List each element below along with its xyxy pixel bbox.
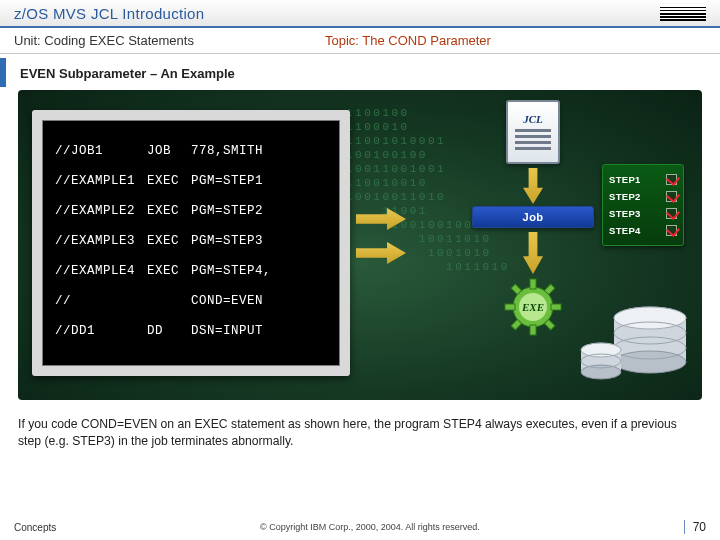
jcl-document-icon: JCL <box>506 100 560 164</box>
explanatory-note: If you code COND=EVEN on an EXEC stateme… <box>0 400 720 450</box>
code-row: //DD1DDDSN=INPUT <box>55 317 281 345</box>
ibm-logo <box>660 5 706 21</box>
svg-point-14 <box>614 307 686 329</box>
jcl-code-table: //JOB1JOB778,SMITH //EXAMPLE1EXECPGM=STE… <box>53 135 283 347</box>
code-row: //JOB1JOB778,SMITH <box>55 137 281 165</box>
exe-gear-icon: EXE <box>504 278 562 336</box>
disk-cylinder-icon <box>578 342 624 382</box>
copyright: © Copyright IBM Corp., 2000, 2004. All r… <box>56 522 683 532</box>
svg-point-13 <box>614 351 686 373</box>
step-row: STEP4 <box>609 222 677 239</box>
course-title: z/OS MVS JCL Introduction <box>14 5 204 22</box>
svg-rect-1 <box>530 279 536 289</box>
step-row: STEP2 <box>609 188 677 205</box>
jcl-label: JCL <box>523 113 543 125</box>
checkmark-icon <box>666 225 677 236</box>
code-row: //EXAMPLE2EXECPGM=STEP2 <box>55 197 281 225</box>
checkmark-icon <box>666 174 677 185</box>
code-row: //COND=EVEN <box>55 287 281 315</box>
code-row: //EXAMPLE4EXECPGM=STEP4, <box>55 257 281 285</box>
step-row: STEP3 <box>609 205 677 222</box>
steps-panel: STEP1 STEP2 STEP3 STEP4 <box>602 164 684 246</box>
svg-rect-3 <box>505 304 515 310</box>
job-bar: Job <box>472 206 594 228</box>
topic-label: Topic: The COND Parameter <box>320 33 491 48</box>
code-terminal: //JOB1JOB778,SMITH //EXAMPLE1EXECPGM=STE… <box>32 110 350 376</box>
footer: Concepts © Copyright IBM Corp., 2000, 20… <box>0 520 720 534</box>
unit-label: Unit: Coding EXEC Statements <box>0 33 320 48</box>
checkmark-icon <box>666 191 677 202</box>
page-number: 70 <box>684 520 706 534</box>
step-row: STEP1 <box>609 171 677 188</box>
code-screen: //JOB1JOB778,SMITH //EXAMPLE1EXECPGM=STE… <box>42 120 340 366</box>
section-title: EVEN Subparameter – An Example <box>0 58 720 87</box>
subheader: Unit: Coding EXEC Statements Topic: The … <box>0 28 720 54</box>
footer-left: Concepts <box>14 522 56 533</box>
code-row: //EXAMPLE1EXECPGM=STEP1 <box>55 167 281 195</box>
illustration: 1100100 1100010 11001010001 100100100 10… <box>18 90 702 400</box>
code-row: //EXAMPLE3EXECPGM=STEP3 <box>55 227 281 255</box>
svg-text:EXE: EXE <box>521 301 544 313</box>
svg-point-19 <box>581 365 621 379</box>
svg-rect-4 <box>551 304 561 310</box>
title-bar: z/OS MVS JCL Introduction <box>0 0 720 28</box>
checkmark-icon <box>666 208 677 219</box>
svg-rect-2 <box>530 325 536 335</box>
svg-point-20 <box>581 343 621 357</box>
